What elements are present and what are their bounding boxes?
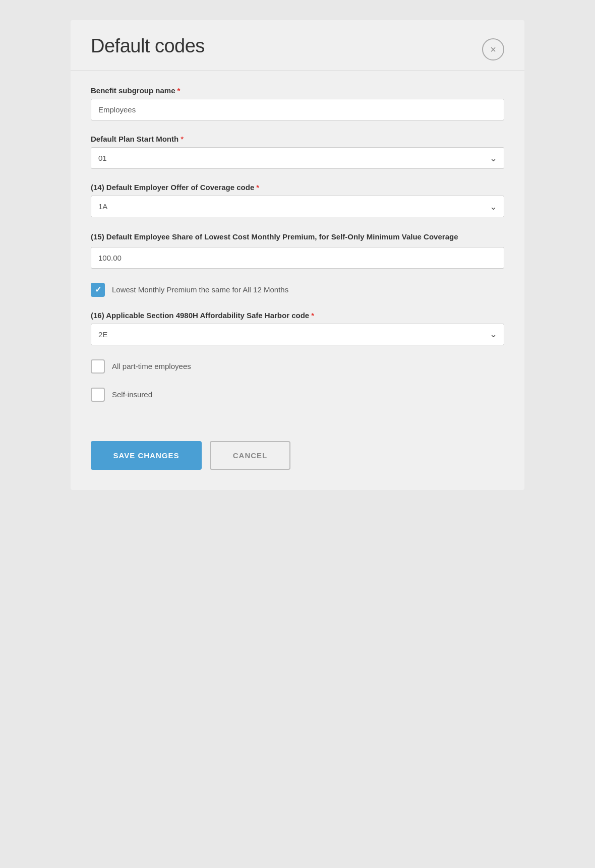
employer-offer-select-wrapper: 1A 1B 1C 1D 1E 1F 1G 1H 1I 1J 1K ⌄ xyxy=(91,196,504,217)
safe-harbor-group: (16) Applicable Section 4980H Affordabil… xyxy=(91,311,504,345)
part-time-checkbox[interactable] xyxy=(91,359,105,374)
part-time-checkbox-label: All part-time employees xyxy=(112,362,191,370)
lowest-monthly-checkbox[interactable] xyxy=(91,283,105,297)
self-insured-checkbox[interactable] xyxy=(91,388,105,402)
benefit-subgroup-label: Benefit subgroup name* xyxy=(91,86,504,95)
employee-share-label: (15) Default Employee Share of Lowest Co… xyxy=(91,231,504,243)
benefit-subgroup-input[interactable] xyxy=(91,99,504,120)
employer-offer-label: (14) Default Employer Offer of Coverage … xyxy=(91,183,504,192)
safe-harbor-label: (16) Applicable Section 4980H Affordabil… xyxy=(91,311,504,320)
modal-header: Default codes × xyxy=(71,20,524,71)
modal-body: Benefit subgroup name* Default Plan Star… xyxy=(71,76,524,431)
plan-start-month-select-wrapper: 01 02 03 04 05 06 07 08 09 10 11 12 ⌄ xyxy=(91,147,504,169)
benefit-subgroup-group: Benefit subgroup name* xyxy=(91,86,504,120)
required-star: * xyxy=(177,86,181,95)
required-star-3: * xyxy=(256,183,259,192)
close-icon: × xyxy=(490,44,496,55)
self-insured-checkbox-label: Self-insured xyxy=(112,390,152,399)
cancel-button[interactable]: CANCEL xyxy=(210,441,290,470)
required-star-2: * xyxy=(181,135,184,143)
safe-harbor-select-wrapper: 2E 2F 2G 2H 2I ⌄ xyxy=(91,324,504,345)
plan-start-month-group: Default Plan Start Month* 01 02 03 04 05… xyxy=(91,135,504,169)
modal-title: Default codes xyxy=(91,35,205,57)
plan-start-month-select[interactable]: 01 02 03 04 05 06 07 08 09 10 11 12 xyxy=(91,147,504,169)
lowest-monthly-checkbox-label: Lowest Monthly Premium the same for All … xyxy=(112,285,288,294)
plan-start-month-label: Default Plan Start Month* xyxy=(91,135,504,143)
safe-harbor-select[interactable]: 2E 2F 2G 2H 2I xyxy=(91,324,504,345)
close-button[interactable]: × xyxy=(482,38,504,60)
part-time-checkbox-group: All part-time employees xyxy=(91,359,504,374)
self-insured-checkbox-group: Self-insured xyxy=(91,388,504,402)
employer-offer-select[interactable]: 1A 1B 1C 1D 1E 1F 1G 1H 1I 1J 1K xyxy=(91,196,504,217)
employee-share-group: (15) Default Employee Share of Lowest Co… xyxy=(91,231,504,269)
lowest-monthly-checkbox-group: Lowest Monthly Premium the same for All … xyxy=(91,283,504,297)
default-codes-modal: Default codes × Benefit subgroup name* D… xyxy=(71,20,524,490)
modal-footer: SAVE CHANGES CANCEL xyxy=(71,431,524,490)
employer-offer-group: (14) Default Employer Offer of Coverage … xyxy=(91,183,504,217)
required-star-4: * xyxy=(311,311,314,320)
employee-share-input[interactable] xyxy=(91,247,504,269)
save-changes-button[interactable]: SAVE CHANGES xyxy=(91,441,202,470)
